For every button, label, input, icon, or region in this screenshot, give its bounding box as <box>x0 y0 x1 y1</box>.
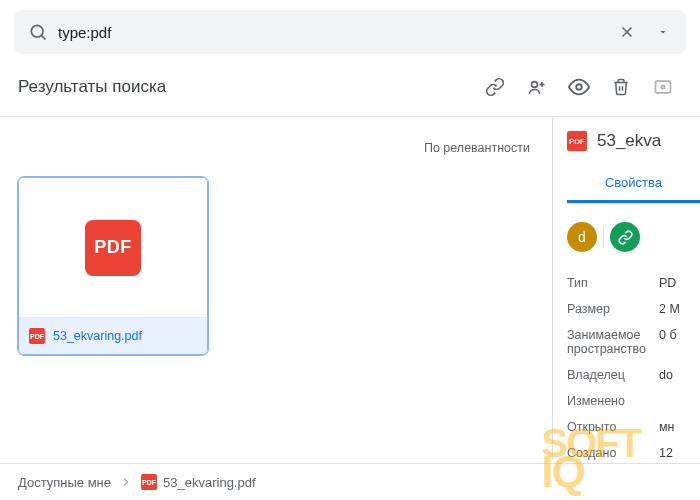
toolbar <box>476 68 682 106</box>
breadcrumb-root[interactable]: Доступные мне <box>18 475 111 490</box>
page-header: Результаты поиска <box>0 62 700 117</box>
file-card-footer: PDF 53_ekvaring.pdf <box>19 318 207 354</box>
details-title: 53_ekva <box>597 131 661 151</box>
svg-point-0 <box>31 25 43 37</box>
preview-button[interactable] <box>560 68 598 106</box>
file-preview: PDF <box>19 178 207 318</box>
delete-button[interactable] <box>602 68 640 106</box>
results-area: По релевантности PDF PDF 53_ekvaring.pdf <box>0 117 552 460</box>
details-tabs: Свойства <box>567 165 700 204</box>
prop-row: Открытомн <box>567 414 700 440</box>
more-options-button[interactable] <box>644 68 682 106</box>
clear-search-button[interactable] <box>610 15 644 49</box>
details-title-row: PDF 53_ekva <box>567 131 700 151</box>
link-sharing-avatar[interactable] <box>610 222 640 252</box>
breadcrumb-file-name: 53_ekvaring.pdf <box>163 475 256 490</box>
svg-line-1 <box>42 36 46 40</box>
search-input[interactable] <box>48 24 610 41</box>
search-bar <box>14 10 686 54</box>
pdf-small-icon: PDF <box>29 328 45 344</box>
file-name: 53_ekvaring.pdf <box>53 329 142 343</box>
prop-row: ТипPD <box>567 270 700 296</box>
details-panel: PDF 53_ekva Свойства d ТипPD Размер2 М З… <box>552 117 700 460</box>
prop-row: Изменено <box>567 388 700 414</box>
chevron-right-icon <box>119 475 133 489</box>
svg-point-9 <box>661 85 664 88</box>
svg-rect-8 <box>656 81 671 93</box>
prop-row: Владелецdo <box>567 362 700 388</box>
avatar-separator <box>603 226 604 248</box>
tab-properties[interactable]: Свойства <box>567 165 700 203</box>
file-card[interactable]: PDF PDF 53_ekvaring.pdf <box>18 177 208 355</box>
properties-list: ТипPD Размер2 М Занимаемое пространство0… <box>567 270 700 460</box>
prop-row: Занимаемое пространство0 б <box>567 322 700 362</box>
prop-row: Создано12 <box>567 440 700 460</box>
owner-avatar[interactable]: d <box>567 222 597 252</box>
pdf-icon: PDF <box>567 131 587 151</box>
prop-row: Размер2 М <box>567 296 700 322</box>
main-content: По релевантности PDF PDF 53_ekvaring.pdf… <box>0 117 700 460</box>
svg-point-7 <box>576 84 582 90</box>
search-options-button[interactable] <box>646 15 680 49</box>
breadcrumb: Доступные мне PDF 53_ekvaring.pdf <box>0 463 700 500</box>
sharing-avatars: d <box>567 204 700 270</box>
get-link-button[interactable] <box>476 68 514 106</box>
pdf-small-icon: PDF <box>141 474 157 490</box>
share-button[interactable] <box>518 68 556 106</box>
breadcrumb-file[interactable]: PDF 53_ekvaring.pdf <box>141 474 256 490</box>
search-icon <box>28 22 48 42</box>
svg-point-4 <box>532 82 538 88</box>
pdf-icon: PDF <box>85 220 141 276</box>
page-title: Результаты поиска <box>18 77 476 97</box>
sort-label[interactable]: По релевантности <box>424 141 530 155</box>
